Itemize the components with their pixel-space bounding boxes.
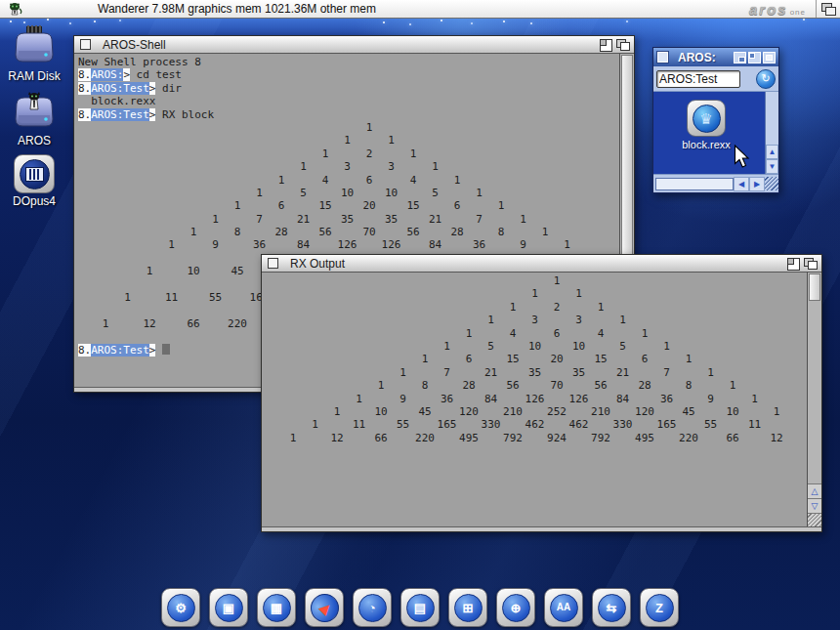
triangle-cell: 6 [260,199,304,212]
console-line: 193684126126843691 [78,238,597,251]
triangle-row: 14641 [78,174,597,187]
scrollbar-thumb[interactable] [809,273,820,301]
time-prefs-icon: ◔ [358,594,387,622]
dock-item-monitor-prefs[interactable]: ▣ [209,588,248,627]
triangle-cell: 252 [535,405,579,418]
depth-gadget[interactable] [763,52,776,63]
dir-icon-area[interactable]: ♛ block.rexx [653,92,765,174]
zoom-gadget[interactable] [599,39,613,51]
triangle-cell: 8 [667,379,711,392]
triangle-cell: 5 [281,187,325,199]
resize-gadget[interactable] [765,177,778,190]
triangle-cell: 4 [392,174,436,187]
close-gadget[interactable] [268,258,278,269]
triangle-cell: 1 [436,174,480,187]
prompt-path: AROS:Test [91,344,149,357]
triangle-cell: 1 [193,213,237,226]
triangle-cell: 15 [579,353,623,365]
triangle-cell: 1 [689,366,733,379]
triangle-cell: 1 [755,405,785,418]
triangle-cell: 330 [601,418,645,431]
close-gadget[interactable] [657,52,668,63]
desktop-icon-dopus4[interactable]: DOpus4 [4,154,64,208]
triangle-cell: 8 [480,226,524,238]
depth-gadget[interactable] [616,39,631,51]
console-line: New Shell process 8 [78,56,619,68]
triangle-cell: 84 [601,393,645,405]
console-line: 15101051 [266,340,784,353]
dock-item-locale-prefs[interactable]: ⊕ [496,588,535,627]
file-icon-label: block.rexx [675,139,737,150]
dock-item-windows-prefs[interactable]: ⊞ [448,588,487,627]
file-icon-block-rexx[interactable]: ♛ block.rexx [675,100,737,150]
triangle-cell: 1 [667,353,711,365]
rx-console[interactable]: 1111211331146411510105116152015611721353… [262,273,807,526]
triangle-cell: 12 [755,432,785,444]
iconify-gadget[interactable] [734,52,746,63]
rx-vertical-scrollbar[interactable]: △ ▽ [807,273,821,526]
triangle-cell: 1 [172,226,216,238]
triangle-cell: 56 [491,379,535,392]
zoom-gadget[interactable] [748,52,761,63]
dock-item-time-prefs[interactable]: ◔ [353,588,392,627]
dir-horizontal-scrollbar[interactable]: ◀ ▶ [653,174,778,192]
scroll-left-button[interactable]: ◀ [734,177,749,191]
scroll-down-button[interactable]: ▼ [766,159,778,174]
dir-titlebar[interactable]: AROS: [653,48,778,66]
scroll-up-button[interactable]: ▲ [766,145,778,159]
triangle-cell: 1 [535,274,579,287]
window-title: RX Output [290,257,345,271]
triangle-cell: 10 [557,340,601,353]
close-gadget[interactable] [80,39,91,50]
console-line: 8.AROS:Test> dir [78,82,619,95]
dock-item-pointer-prefs[interactable]: ▶ [305,588,344,627]
scroll-right-button[interactable]: ▶ [749,177,765,191]
prompt-number: 8. [78,82,91,95]
triangle-cell: 3 [557,314,601,326]
triangle-cell: 4 [304,174,348,187]
monitor-prefs-icon: ▣ [215,594,243,622]
triangle-cell: 55 [381,418,425,431]
zune-prefs-icon: Z [646,594,674,622]
desktop-icon-aros[interactable]: AROS [4,88,64,147]
scrollbar-track[interactable] [655,178,734,190]
dir-vertical-scrollbar[interactable]: ▲ ▼ [765,92,778,174]
triangle-row: 1115516533046246233016555111 [266,418,784,431]
dock-item-screenmode-prefs[interactable]: ▦ [257,588,296,627]
aros-drive-icon [11,88,58,129]
triangle-cell: 36 [457,238,501,251]
prompt-path: AROS: [91,68,123,81]
scroll-up-button[interactable]: △ [808,483,821,498]
refresh-button[interactable]: ↻ [756,69,776,89]
triangle-cell: 36 [237,238,281,251]
console-line: 1115516533046246233016555111 [266,418,784,431]
dock-item-fonts-prefs[interactable]: AA [544,588,583,627]
triangle-row: 1615201561 [78,199,597,212]
desktop-icon-ram-disk[interactable]: RAM Disk [4,25,64,83]
dock-item-workbench-prefs[interactable]: ⚙ [161,588,200,627]
triangle-row: 1331 [266,314,784,326]
resize-gadget[interactable] [808,513,821,526]
rx-titlebar[interactable]: RX Output [262,255,821,273]
scroll-down-button[interactable]: ▽ [808,498,821,513]
dir-toolbar: ↻ [653,66,778,92]
triangle-cell: 84 [469,393,513,405]
triangle-cell: 6 [447,353,491,365]
screen-depth-gadget[interactable] [816,0,840,18]
dock-item-input-prefs[interactable]: ▤ [400,588,440,627]
zoom-gadget[interactable] [786,258,801,270]
triangle-row: 1 [78,121,597,134]
console-line: 11 [78,134,597,147]
triangle-cell: 35 [325,213,369,226]
console-line: 172135352171 [266,366,784,379]
fonts-prefs-icon: AA [550,594,578,622]
path-input[interactable] [656,70,740,88]
desktop-icon-label: RAM Disk [4,69,64,83]
triangle-cell: 1 [447,327,491,340]
dock-item-zune-prefs[interactable]: Z [640,588,679,627]
prompt-path: AROS:Test [91,108,149,121]
shell-titlebar[interactable]: AROS-Shell [74,36,634,54]
depth-gadget[interactable] [804,258,819,270]
triangle-cell: 12 [315,432,359,444]
dock-item-network-prefs[interactable]: ⇆ [592,588,631,627]
